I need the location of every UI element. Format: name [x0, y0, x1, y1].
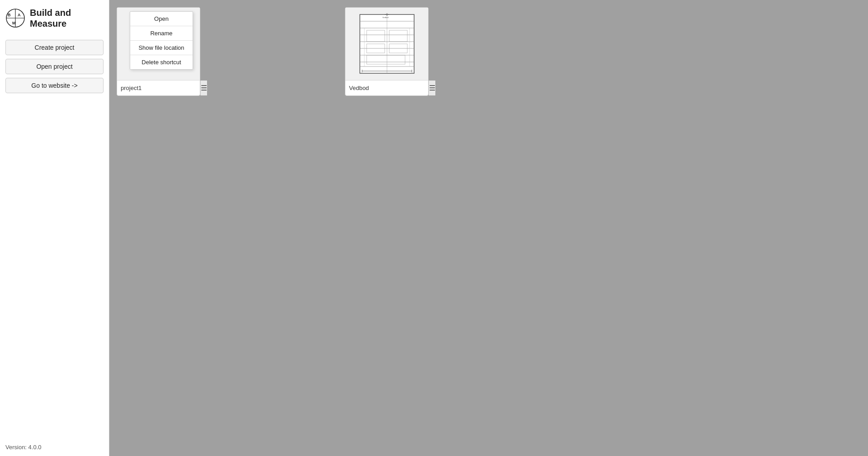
menu-item-delete-shortcut[interactable]: Delete shortcut [130, 55, 193, 69]
open-project-button[interactable]: Open project [5, 59, 104, 74]
project-card-vedbod: Vedbod ☰ [345, 7, 429, 96]
project-menu-button-project1[interactable]: ☰ [200, 81, 207, 95]
blueprint-svg: Vedbod [358, 12, 416, 76]
project-footer-vedbod: ☰ [345, 80, 428, 95]
project-menu-button-vedbod[interactable]: ☰ [429, 81, 435, 95]
project-thumbnail-vedbod: Vedbod [345, 8, 428, 80]
sidebar: B A M Build and Measure Create project O… [0, 0, 109, 456]
version-label: Version: 4.0.0 [5, 444, 42, 451]
svg-text:A: A [18, 13, 21, 17]
app-header: B A M Build and Measure [5, 5, 104, 31]
main-area: Open Rename Show file location Delete sh… [109, 0, 868, 456]
menu-item-show-file-location[interactable]: Show file location [130, 41, 193, 55]
menu-item-open[interactable]: Open [130, 12, 193, 26]
svg-text:B: B [8, 13, 11, 17]
project-name-input-project1[interactable] [117, 81, 200, 95]
app-title: Build and Measure [30, 7, 104, 29]
project-footer-project1: ☰ [117, 80, 200, 95]
menu-item-rename[interactable]: Rename [130, 26, 193, 40]
svg-text:Vedbod: Vedbod [382, 16, 389, 19]
project-name-input-vedbod[interactable] [345, 81, 429, 95]
go-to-website-button[interactable]: Go to website -> [5, 78, 104, 93]
project-card-project1: Open Rename Show file location Delete sh… [117, 7, 200, 96]
create-project-button[interactable]: Create project [5, 40, 104, 55]
logo-icon: B A M [5, 8, 25, 28]
svg-text:M: M [12, 21, 16, 25]
context-menu-project1: Open Rename Show file location Delete sh… [130, 11, 193, 70]
